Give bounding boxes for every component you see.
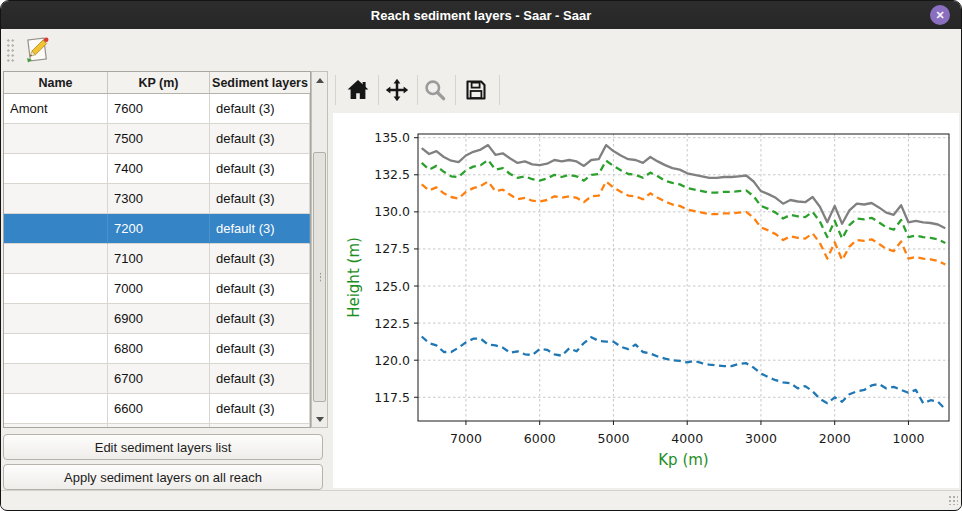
- table-cell[interactable]: [4, 304, 108, 334]
- table-cell[interactable]: 6600: [108, 394, 210, 424]
- table-cell[interactable]: [4, 424, 108, 428]
- scrollbar-thumb[interactable]: [313, 152, 326, 402]
- zoom-button[interactable]: [423, 78, 447, 102]
- apply-sediment-layers-button[interactable]: Apply sediment layers on all reach: [3, 464, 323, 490]
- edit-note-icon: [23, 33, 53, 65]
- toolbar-drag-handle[interactable]: [6, 38, 15, 64]
- table-cell[interactable]: 7200: [108, 214, 210, 244]
- statusbar: [1, 490, 961, 507]
- scroll-down-button[interactable]: [312, 412, 327, 426]
- table-cell[interactable]: [4, 154, 108, 184]
- table-row[interactable]: 6800default (3): [4, 334, 310, 364]
- edit-sediment-layers-list-button[interactable]: Edit sediment layers list: [3, 434, 323, 460]
- column-header-name[interactable]: Name: [4, 72, 108, 93]
- separator: [455, 75, 456, 105]
- table-cell[interactable]: default (3): [210, 154, 310, 184]
- svg-text:130.0: 130.0: [374, 204, 410, 219]
- table-cell[interactable]: default (3): [210, 394, 310, 424]
- table-cell[interactable]: default (3): [210, 304, 310, 334]
- table-cell[interactable]: 7000: [108, 274, 210, 304]
- table-cell[interactable]: [4, 214, 108, 244]
- table-cell[interactable]: default (3): [210, 334, 310, 364]
- table-cell[interactable]: 6700: [108, 364, 210, 394]
- table-cell[interactable]: default (3): [210, 364, 310, 394]
- table-row[interactable]: 7500default (3): [4, 124, 310, 154]
- close-icon: ✕: [935, 10, 944, 21]
- svg-text:2000: 2000: [819, 431, 851, 446]
- column-header-kp[interactable]: KP (m): [108, 72, 210, 93]
- table-cell[interactable]: Amont: [4, 94, 108, 124]
- svg-text:117.5: 117.5: [374, 390, 410, 405]
- svg-text:132.5: 132.5: [374, 167, 410, 182]
- table-cell[interactable]: 7400: [108, 154, 210, 184]
- arrow-up-icon: [316, 78, 324, 83]
- table-body: Amont7600default (3)7500default (3)7400d…: [4, 94, 310, 428]
- reach-sediment-layers-window: Reach sediment layers - Saar - Saar ✕ Na…: [0, 0, 962, 511]
- table-cell[interactable]: 7100: [108, 244, 210, 274]
- table-cell[interactable]: 6500: [108, 424, 210, 428]
- svg-text:125.0: 125.0: [374, 279, 410, 294]
- table-cell[interactable]: default (3): [210, 424, 310, 428]
- svg-text:120.0: 120.0: [374, 353, 410, 368]
- table-cell[interactable]: [4, 124, 108, 154]
- table-scrollbar[interactable]: [311, 71, 328, 428]
- table-cell[interactable]: default (3): [210, 184, 310, 214]
- sediment-table: Name KP (m) Sediment layers Amont7600def…: [3, 71, 311, 428]
- table-row[interactable]: 6500default (3): [4, 424, 310, 428]
- table-cell[interactable]: 7500: [108, 124, 210, 154]
- svg-text:1000: 1000: [893, 431, 925, 446]
- table-cell[interactable]: default (3): [210, 94, 310, 124]
- table-row[interactable]: 6900default (3): [4, 304, 310, 334]
- table-cell[interactable]: default (3): [210, 124, 310, 154]
- svg-text:135.0: 135.0: [374, 130, 410, 145]
- separator: [335, 75, 336, 105]
- titlebar[interactable]: Reach sediment layers - Saar - Saar ✕: [1, 1, 961, 29]
- table-cell[interactable]: default (3): [210, 244, 310, 274]
- arrow-down-icon: [316, 417, 324, 422]
- table-cell[interactable]: [4, 184, 108, 214]
- svg-text:6000: 6000: [524, 431, 556, 446]
- plot-nav-toolbar: [333, 71, 959, 113]
- table-cell[interactable]: default (3): [210, 274, 310, 304]
- table-row[interactable]: 7100default (3): [4, 244, 310, 274]
- home-button[interactable]: [346, 78, 370, 102]
- pan-button[interactable]: [385, 78, 409, 102]
- chart-canvas[interactable]: 7000600050004000300020001000117.5120.012…: [333, 113, 959, 488]
- table-cell[interactable]: [4, 274, 108, 304]
- table-row[interactable]: 7400default (3): [4, 154, 310, 184]
- table-row[interactable]: 6700default (3): [4, 364, 310, 394]
- pan-arrows-icon: [385, 78, 409, 102]
- home-icon: [346, 78, 370, 102]
- svg-text:Kp (m): Kp (m): [658, 451, 708, 469]
- table-cell[interactable]: [4, 334, 108, 364]
- table-row[interactable]: 6600default (3): [4, 394, 310, 424]
- table-row[interactable]: 7200default (3): [4, 214, 310, 244]
- table-cell[interactable]: [4, 394, 108, 424]
- separator: [499, 75, 500, 105]
- floppy-save-icon: [464, 78, 488, 102]
- table-header: Name KP (m) Sediment layers: [4, 72, 310, 94]
- table-cell[interactable]: [4, 244, 108, 274]
- plot-panel: 7000600050004000300020001000117.5120.012…: [333, 113, 959, 488]
- table-row[interactable]: 7300default (3): [4, 184, 310, 214]
- app-toolbar: [1, 29, 961, 69]
- resize-grip[interactable]: [948, 495, 958, 505]
- table-row[interactable]: Amont7600default (3): [4, 94, 310, 124]
- table-cell[interactable]: [4, 364, 108, 394]
- svg-text:127.5: 127.5: [374, 241, 410, 256]
- scroll-up-button[interactable]: [312, 73, 327, 87]
- save-button[interactable]: [464, 78, 488, 102]
- table-row[interactable]: 7000default (3): [4, 274, 310, 304]
- close-button[interactable]: ✕: [930, 5, 950, 25]
- edit-sediment-button[interactable]: [23, 33, 53, 65]
- table-cell[interactable]: 6800: [108, 334, 210, 364]
- table-cell[interactable]: 7300: [108, 184, 210, 214]
- table-cell[interactable]: default (3): [210, 214, 310, 244]
- window-title: Reach sediment layers - Saar - Saar: [371, 8, 591, 23]
- thumb-grip-icon: [317, 272, 324, 282]
- svg-text:5000: 5000: [598, 431, 630, 446]
- table-cell[interactable]: 7600: [108, 94, 210, 124]
- magnifier-icon: [423, 78, 447, 102]
- table-cell[interactable]: 6900: [108, 304, 210, 334]
- column-header-layers[interactable]: Sediment layers: [210, 72, 310, 93]
